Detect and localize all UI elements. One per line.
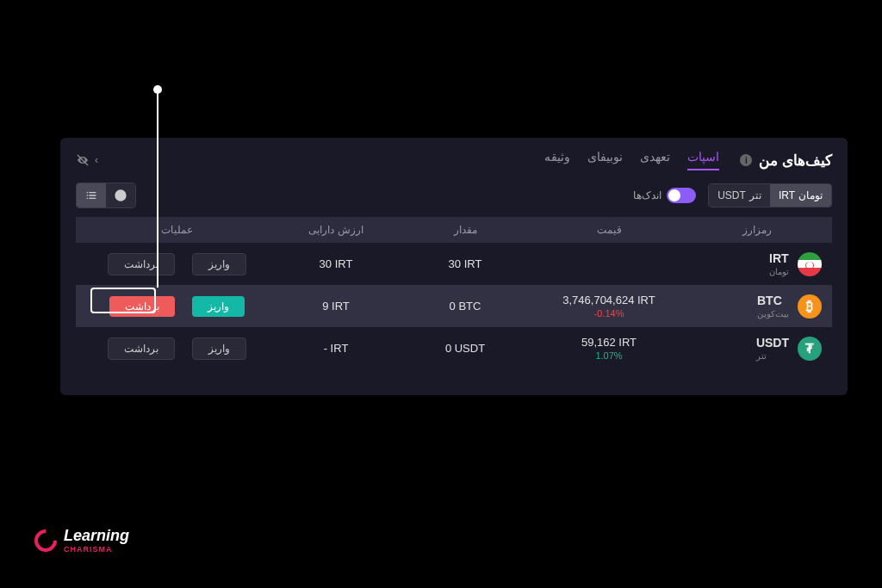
crypto-symbol: IRT [769,251,789,265]
currency-opt-usdt[interactable]: تتر USDT [709,184,770,207]
withdraw-button[interactable]: برداشت [109,296,175,317]
currency-opt-irt[interactable]: تومان IRT [770,184,831,207]
withdraw-button[interactable]: برداشت [108,253,175,275]
small-balances-toggle: اندک‌ها [633,188,696,203]
chevron-left-icon[interactable]: ‹ [95,154,98,166]
logo-sub: CHARISMA [64,545,129,554]
withdraw-button[interactable]: برداشت [108,337,175,360]
crypto-symbol: USDT [756,336,789,350]
table-header: رمزارز قیمت مقدار ارزش دارایی عملیات [76,217,832,243]
crypto-name: تتر [756,351,767,361]
amount-cell: 0 USDT [405,342,525,355]
crypto-name: تومان [769,267,789,276]
deposit-button[interactable]: واریز [192,296,245,317]
actions-cell: واریز برداشت [86,253,267,275]
currency-toggle: تومان IRT تتر USDT [708,183,832,207]
logo-mark-icon [30,524,62,556]
price-cell: 59,162 IRT 1.07% [525,336,693,361]
view-chart-button[interactable] [106,183,135,207]
tab-collateral[interactable]: وثیقه [544,150,570,170]
toggle-label: اندک‌ها [633,189,662,201]
actions-cell: واریز برداشت [86,296,267,317]
amount-cell: 30 IRT [405,257,525,270]
crypto-symbol: BTC [757,294,782,307]
coin-icon [798,252,822,276]
table-row[interactable]: IRT تومان 30 IRT 30 IRT واریز برداشت [76,243,832,285]
deposit-button[interactable]: واریز [192,337,246,360]
annotation-dot [153,85,162,94]
table-body: IRT تومان 30 IRT 30 IRT واریز برداشت ₿ B… [76,243,832,369]
col-price: قیمت [525,224,693,236]
table-row[interactable]: ₿ BTC بیت‌کوین 3,746,704,624 IRT -0.14% … [76,285,832,327]
coin-icon: ₿ [798,294,822,319]
col-amount: مقدار [405,224,525,236]
actions-cell: واریز برداشت [86,337,267,360]
info-icon[interactable]: i [740,154,752,166]
col-actions: عملیات [86,224,267,236]
price-cell: 3,746,704,624 IRT -0.14% [525,294,693,319]
value-cell: - IRT [267,342,405,355]
price-value: 3,746,704,624 IRT [562,294,655,306]
switch[interactable] [667,188,696,203]
table-row[interactable]: ₮ USDT تتر 59,162 IRT 1.07% 0 USDT - IRT… [76,327,832,369]
tab-commitment[interactable]: تعهدی [640,150,670,170]
price-change: -0.14% [594,308,624,319]
page-title: کیف‌های من [759,152,832,170]
logo-text: Learning CHARISMA [64,527,129,554]
crypto-cell: ₿ BTC بیت‌کوین [693,294,822,319]
tab-nobifi[interactable]: نوبیفای [587,150,623,170]
logo: Learning CHARISMA [34,527,129,554]
coin-icon: ₮ [798,337,822,361]
crypto-cell: ₮ USDT تتر [693,336,822,361]
tab-spot[interactable]: اسپات [687,150,719,170]
header-right: کیف‌های من i اسپات تعهدی نوبیفای وثیقه [544,150,832,170]
wallet-panel: کیف‌های من i اسپات تعهدی نوبیفای وثیقه ‹… [60,138,848,395]
col-value: ارزش دارایی [267,224,405,236]
price-change: 1.07% [595,350,622,361]
crypto-name: بیت‌کوین [757,309,789,319]
controls-right: تومان IRT تتر USDT اندک‌ها [633,183,832,207]
view-list-button[interactable] [77,183,106,207]
amount-cell: 0 BTC [405,300,525,313]
header-left: ‹ [76,153,98,167]
hide-balance-icon[interactable] [76,153,90,167]
value-cell: 9 IRT [267,300,405,313]
tabs: اسپات تعهدی نوبیفای وثیقه [544,150,719,170]
controls: تومان IRT تتر USDT اندک‌ها [76,183,832,208]
logo-main: Learning [64,527,129,545]
crypto-cell: IRT تومان [693,251,822,276]
price-value: 59,162 IRT [581,336,637,349]
header: کیف‌های من i اسپات تعهدی نوبیفای وثیقه ‹ [76,150,832,170]
deposit-button[interactable]: واریز [192,253,246,275]
col-crypto: رمزارز [693,224,822,236]
value-cell: 30 IRT [267,257,405,270]
view-toggle [76,183,136,208]
